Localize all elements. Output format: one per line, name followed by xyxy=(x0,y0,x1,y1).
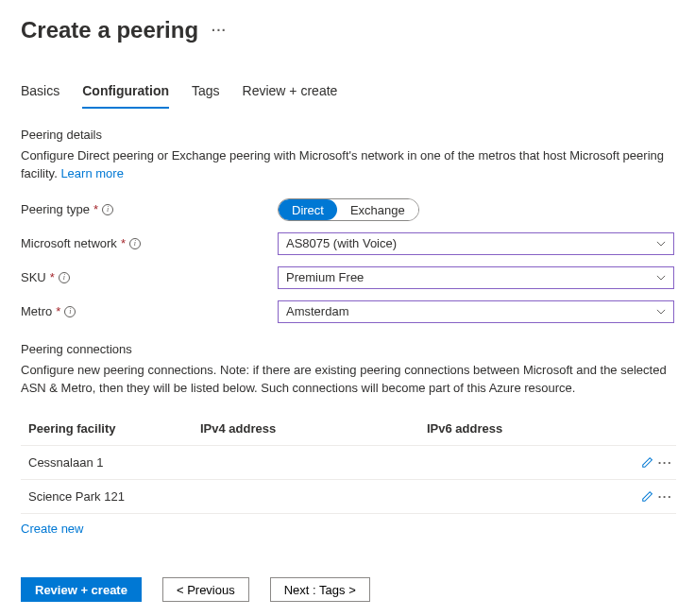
required-asterisk: * xyxy=(56,304,60,318)
col-header-ipv4: IPv4 address xyxy=(200,421,427,436)
label-peering-type: Peering type * i xyxy=(21,202,278,216)
edit-icon[interactable] xyxy=(641,489,654,504)
previous-button[interactable]: < Previous xyxy=(162,577,249,602)
required-asterisk: * xyxy=(50,270,55,284)
row-more-button[interactable]: ··· xyxy=(658,489,672,504)
col-header-ipv6: IPv6 address xyxy=(427,421,623,436)
edit-icon[interactable] xyxy=(641,455,654,470)
tab-basics[interactable]: Basics xyxy=(21,79,59,109)
next-button[interactable]: Next : Tags > xyxy=(270,577,370,602)
peering-type-direct[interactable]: Direct xyxy=(279,199,337,220)
learn-more-link[interactable]: Learn more xyxy=(60,166,123,180)
table-header: Peering facility IPv4 address IPv6 addre… xyxy=(21,412,676,446)
footer-actions: Review + create < Previous Next : Tags > xyxy=(21,577,674,602)
required-asterisk: * xyxy=(93,202,98,216)
connections-table: Peering facility IPv4 address IPv6 addre… xyxy=(21,412,676,514)
row-microsoft-network: Microsoft network * i AS8075 (with Voice… xyxy=(21,232,674,255)
label-sku: SKU * i xyxy=(21,270,278,284)
connections-description: Configure new peering connections. Note:… xyxy=(21,362,674,398)
table-row: Science Park 121 ··· xyxy=(21,480,676,514)
peering-type-toggle[interactable]: Direct Exchange xyxy=(278,198,419,221)
microsoft-network-select[interactable]: AS8075 (with Voice) xyxy=(278,232,674,255)
label-metro: Metro * i xyxy=(21,304,278,318)
required-asterisk: * xyxy=(121,236,126,250)
tab-tags[interactable]: Tags xyxy=(192,79,220,109)
create-new-link[interactable]: Create new xyxy=(21,522,83,536)
page-title: Create a peering ··· xyxy=(21,17,674,43)
cell-facility: Science Park 121 xyxy=(21,489,200,504)
col-header-facility: Peering facility xyxy=(21,421,200,436)
info-icon[interactable]: i xyxy=(59,272,70,283)
chevron-down-icon xyxy=(656,239,666,248)
sku-select[interactable]: Premium Free xyxy=(278,266,674,289)
tab-configuration[interactable]: Configuration xyxy=(82,79,169,109)
row-sku: SKU * i Premium Free xyxy=(21,266,674,289)
info-icon[interactable]: i xyxy=(64,306,76,317)
metro-select[interactable]: Amsterdam xyxy=(278,300,674,323)
tab-bar: Basics Configuration Tags Review + creat… xyxy=(21,79,674,109)
row-metro: Metro * i Amsterdam xyxy=(21,300,674,323)
label-microsoft-network: Microsoft network * i xyxy=(21,236,278,250)
info-icon[interactable]: i xyxy=(102,204,113,215)
row-more-button[interactable]: ··· xyxy=(658,455,672,470)
chevron-down-icon xyxy=(656,307,666,317)
review-create-button[interactable]: Review + create xyxy=(21,577,142,602)
peering-details-description: Configure Direct peering or Exchange pee… xyxy=(21,147,674,183)
tab-review-create[interactable]: Review + create xyxy=(243,79,338,109)
cell-facility: Cessnalaan 1 xyxy=(21,455,200,470)
peering-details-heading: Peering details xyxy=(21,128,674,142)
table-row: Cessnalaan 1 ··· xyxy=(21,446,676,480)
more-actions-button[interactable]: ··· xyxy=(212,23,227,38)
row-peering-type: Peering type * i Direct Exchange xyxy=(21,198,674,221)
connections-heading: Peering connections xyxy=(21,342,674,356)
chevron-down-icon xyxy=(656,273,666,282)
page-title-text: Create a peering xyxy=(21,17,198,43)
peering-type-exchange[interactable]: Exchange xyxy=(337,199,418,220)
info-icon[interactable]: i xyxy=(129,238,141,249)
